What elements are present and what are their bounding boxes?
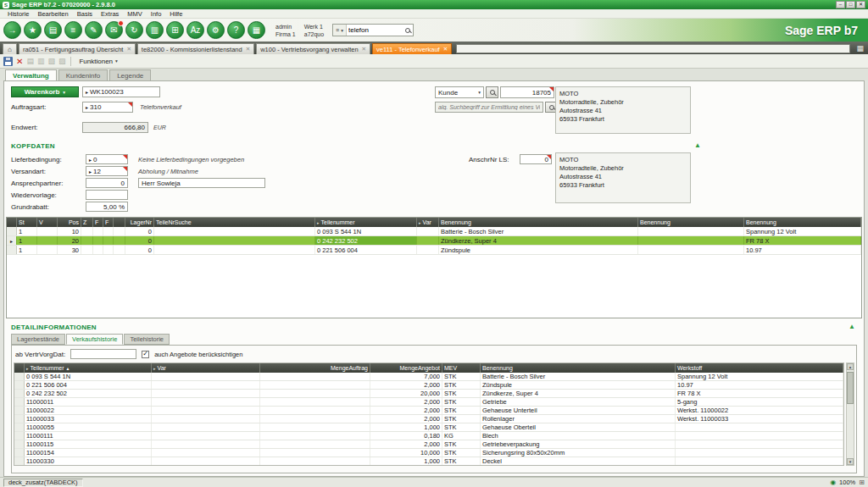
apps-icon[interactable]: ▦ bbox=[248, 21, 265, 39]
kunde-search-button[interactable] bbox=[486, 86, 498, 98]
help-icon[interactable]: ? bbox=[227, 21, 245, 39]
row-selector[interactable] bbox=[14, 423, 25, 431]
zoom-indicator-icon[interactable]: ◉ bbox=[830, 479, 836, 486]
cell[interactable]: 1,000 bbox=[370, 457, 442, 465]
menu-item-info[interactable]: Info bbox=[147, 10, 166, 18]
refresh-icon[interactable]: ↻ bbox=[125, 21, 143, 39]
cell[interactable]: Werkst. 11000033 bbox=[676, 415, 843, 423]
cell[interactable] bbox=[37, 246, 58, 254]
collapse-section-icon[interactable]: ▲ bbox=[694, 141, 701, 149]
worklist-icon[interactable]: ≡ bbox=[64, 21, 82, 39]
cell[interactable] bbox=[152, 373, 260, 380]
cell[interactable]: 11000115 bbox=[25, 440, 152, 448]
cell[interactable] bbox=[152, 457, 260, 465]
column-header[interactable]: ▸Teilenummer bbox=[315, 218, 417, 227]
kunde-dropdown[interactable]: Kunde ▾ bbox=[435, 86, 484, 98]
cell[interactable]: STK bbox=[442, 449, 481, 457]
cell[interactable] bbox=[37, 227, 58, 235]
menu-item-basis[interactable]: Basis bbox=[73, 10, 97, 18]
tab-lagerbestaende[interactable]: Lagerbestände bbox=[11, 334, 65, 345]
cell[interactable] bbox=[676, 457, 843, 465]
wiedervorlage-field[interactable] bbox=[86, 190, 128, 200]
cell[interactable]: 20 bbox=[58, 236, 81, 245]
cell[interactable]: 11000111 bbox=[25, 432, 152, 440]
close-icon[interactable]: ✕ bbox=[362, 46, 366, 53]
search-button[interactable] bbox=[403, 28, 413, 33]
cell[interactable] bbox=[260, 415, 370, 423]
column-header[interactable]: St bbox=[17, 218, 37, 227]
column-header[interactable]: F bbox=[103, 218, 114, 227]
cell[interactable] bbox=[152, 381, 260, 389]
cell[interactable]: Deckel bbox=[481, 457, 676, 465]
tab-teilehistorie[interactable]: Teilehistorie bbox=[124, 334, 170, 345]
cell[interactable]: 10.97 bbox=[744, 246, 861, 254]
column-header[interactable]: F bbox=[93, 218, 103, 227]
column-header[interactable]: LagerNr bbox=[125, 218, 154, 227]
search-category-dropdown[interactable]: ≡ ▾ bbox=[333, 25, 347, 36]
cell[interactable]: STK bbox=[442, 398, 481, 406]
tab-ra051[interactable]: ra051 - Fertigungsauftrag Übersicht ✕ bbox=[19, 43, 136, 54]
angebote-checkbox[interactable]: ✓ bbox=[142, 351, 149, 358]
cell[interactable] bbox=[676, 449, 843, 457]
cell[interactable] bbox=[152, 440, 260, 448]
edit-icon[interactable]: ✎ bbox=[85, 21, 103, 39]
cell[interactable] bbox=[114, 227, 125, 235]
cell[interactable]: 0 bbox=[125, 236, 154, 245]
table-row[interactable]: 110003301,000STKDeckel bbox=[14, 457, 843, 466]
kunde-number-field[interactable]: 18705 bbox=[500, 86, 554, 98]
close-icon[interactable]: ✕ bbox=[246, 46, 250, 53]
tab-legende[interactable]: Legende bbox=[109, 69, 151, 80]
cell[interactable]: Getriebe bbox=[481, 398, 676, 406]
ansprechpartner-nr-field[interactable]: 0 bbox=[86, 178, 128, 188]
scroll-down-icon[interactable]: ▾ bbox=[847, 458, 854, 465]
cell[interactable] bbox=[676, 440, 843, 448]
cell[interactable] bbox=[417, 227, 439, 235]
cell[interactable]: Werkst. 11000022 bbox=[676, 407, 843, 414]
cell[interactable]: Spannung 12 Volt bbox=[676, 373, 843, 380]
cell[interactable] bbox=[152, 407, 260, 414]
cell[interactable] bbox=[154, 227, 315, 235]
row-selector[interactable] bbox=[7, 246, 17, 254]
cell[interactable]: 2,000 bbox=[370, 440, 442, 448]
funktionen-menu-button[interactable]: Funktionen ▾ bbox=[76, 58, 120, 65]
cell[interactable]: 0 bbox=[125, 227, 154, 235]
table-row[interactable]: 110000551,000STKGehaeuse Oberteil bbox=[14, 423, 843, 432]
cell[interactable]: Batterie - Bosch Silver bbox=[439, 227, 638, 235]
cell[interactable] bbox=[260, 373, 370, 380]
cell[interactable]: 7,000 bbox=[370, 373, 442, 380]
cell[interactable]: Spannung 12 Volt bbox=[744, 227, 861, 235]
cell[interactable] bbox=[152, 449, 260, 457]
reports-icon[interactable]: ▥ bbox=[146, 21, 164, 39]
layout-icon[interactable]: ⊞ bbox=[859, 479, 865, 486]
column-header[interactable]: MengeAuftrag bbox=[260, 363, 370, 373]
cell[interactable]: STK bbox=[442, 373, 481, 380]
warenkorb-button[interactable]: Warenkorb ▾ bbox=[11, 86, 79, 97]
cell[interactable]: 5-gang bbox=[676, 398, 843, 406]
cell[interactable]: 2,000 bbox=[370, 407, 442, 414]
cell[interactable] bbox=[260, 423, 370, 431]
cell[interactable]: Zündkerze, Super 4 bbox=[439, 236, 638, 245]
row-selector[interactable] bbox=[14, 457, 25, 465]
cell[interactable] bbox=[93, 246, 103, 254]
table-row[interactable]: 11000 093 S 544 1NBatterie - Bosch Silve… bbox=[7, 227, 861, 236]
cell[interactable]: 1 bbox=[17, 227, 37, 235]
cell[interactable]: FR 78 X bbox=[676, 390, 843, 397]
tab-kundeninfo[interactable]: Kundeninfo bbox=[58, 69, 108, 80]
cell[interactable] bbox=[260, 440, 370, 448]
cell[interactable]: 2,000 bbox=[370, 415, 442, 423]
cell[interactable]: 30 bbox=[58, 246, 81, 254]
cell[interactable]: Gehaeuse Unterteil bbox=[481, 407, 676, 414]
cell[interactable]: 2,000 bbox=[370, 381, 442, 389]
copy-icon[interactable]: ▥ bbox=[37, 57, 45, 65]
cell[interactable] bbox=[154, 236, 315, 245]
column-header[interactable]: MEV bbox=[442, 363, 481, 373]
cell[interactable] bbox=[260, 432, 370, 440]
cell[interactable]: 11000154 bbox=[25, 449, 152, 457]
auftragsart-field[interactable]: ▸ 310 bbox=[82, 102, 133, 113]
column-header[interactable]: Benennung bbox=[638, 218, 744, 227]
table-row[interactable]: ▸12000 242 232 502Zündkerze, Super 4FR 7… bbox=[7, 236, 861, 246]
minimize-icon[interactable]: – bbox=[836, 1, 845, 8]
row-selector[interactable] bbox=[14, 390, 25, 397]
sort-az-icon[interactable]: Az bbox=[186, 21, 204, 39]
cell[interactable] bbox=[93, 236, 103, 245]
